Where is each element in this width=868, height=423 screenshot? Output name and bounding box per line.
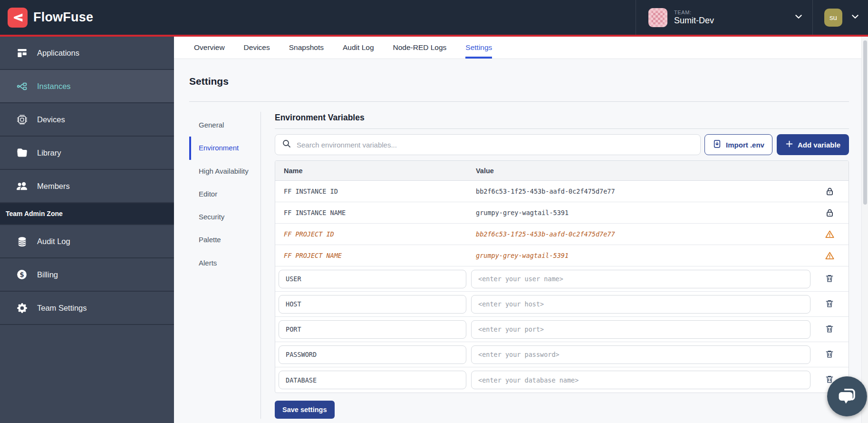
subnav-item-palette[interactable]: Palette <box>189 228 251 251</box>
settings-page: Settings General Environment High Availa… <box>174 59 868 423</box>
env-name-input[interactable] <box>279 345 466 364</box>
sidebar: Applications Instances Devices <box>0 37 174 423</box>
scrollbar-thumb[interactable] <box>863 40 867 205</box>
table-row: FF_INSTANCE_ID bb2f6c53-1f25-453b-aafd-0… <box>275 181 849 202</box>
sidebar-item-label: Billing <box>37 270 58 279</box>
subnav-item-alerts[interactable]: Alerts <box>189 252 251 275</box>
save-settings-button[interactable]: Save settings <box>275 401 335 419</box>
table-row <box>275 292 849 317</box>
env-var-value: grumpy-grey-wagtail-5391 <box>471 252 810 259</box>
sidebar-item-label: Team Settings <box>37 304 87 313</box>
sidebar-item-audit-log[interactable]: Audit Log <box>0 225 174 258</box>
sidebar-item-label: Audit Log <box>37 237 70 246</box>
table-row: FF_PROJECT_ID bb2f6c53-1f25-453b-aafd-0c… <box>275 224 849 245</box>
column-header-value: Value <box>471 167 810 175</box>
env-var-value: bb2f6c53-1f25-453b-aafd-0c2f475d7e77 <box>471 230 810 238</box>
subnav-item-general[interactable]: General <box>189 114 251 137</box>
table-row: FF_PROJECT_NAME grumpy-grey-wagtail-5391 <box>275 245 849 266</box>
scrollbar[interactable] <box>861 37 868 423</box>
app-header: FlowFuse TEAM: Sumit-Dev su <box>0 0 868 35</box>
team-name: Sumit-Dev <box>674 16 794 26</box>
env-var-value-cell <box>471 270 810 288</box>
flowfuse-logo[interactable]: FlowFuse <box>8 8 93 28</box>
trash-icon <box>825 299 834 310</box>
trash-icon <box>825 324 834 335</box>
search-box <box>275 134 701 155</box>
env-var-name: FF_PROJECT_NAME <box>275 252 471 259</box>
devices-icon <box>16 114 28 125</box>
audit-log-icon <box>16 236 28 247</box>
team-text: TEAM: Sumit-Dev <box>674 10 794 26</box>
user-avatar: su <box>824 9 842 27</box>
env-var-name-cell <box>275 270 471 288</box>
tab-settings[interactable]: Settings <box>465 37 492 59</box>
chevron-down-icon <box>851 12 859 23</box>
header-right: TEAM: Sumit-Dev su <box>636 0 868 35</box>
delete-variable-button[interactable] <box>823 297 836 312</box>
trash-icon <box>825 349 834 360</box>
settings-subnav: General Environment High Availability Ed… <box>189 112 251 275</box>
warning-icon <box>810 251 849 261</box>
env-var-name-cell <box>275 371 471 389</box>
team-selector[interactable]: TEAM: Sumit-Dev <box>636 0 812 35</box>
subnav-item-security[interactable]: Security <box>189 206 251 228</box>
subnav-item-environment[interactable]: Environment <box>189 137 251 159</box>
env-toolbar: Import .env Add variable <box>275 134 849 155</box>
search-input[interactable] <box>297 141 694 149</box>
env-var-value-cell <box>471 295 810 314</box>
add-variable-label: Add variable <box>798 141 840 149</box>
import-env-button[interactable]: Import .env <box>704 134 772 155</box>
chat-widget-button[interactable] <box>827 376 867 416</box>
chat-bubbles-icon <box>837 385 858 408</box>
env-value-input[interactable] <box>471 320 810 339</box>
delete-variable-button[interactable] <box>823 272 836 286</box>
subnav-item-editor[interactable]: Editor <box>189 183 251 206</box>
sidebar-item-members[interactable]: Members <box>0 170 174 203</box>
table-header: Name Value <box>275 161 849 181</box>
sidebar-item-instances[interactable]: Instances <box>0 70 174 103</box>
sidebar-item-label: Instances <box>37 82 71 91</box>
tab-overview[interactable]: Overview <box>194 37 225 59</box>
sidebar-item-library[interactable]: Library <box>0 137 174 170</box>
env-name-input[interactable] <box>279 320 466 339</box>
team-label: TEAM: <box>674 10 794 15</box>
env-value-input[interactable] <box>471 345 810 364</box>
lock-icon <box>810 187 849 197</box>
sidebar-item-label: Devices <box>37 115 65 124</box>
env-var-name-cell <box>275 320 471 339</box>
add-variable-button[interactable]: Add variable <box>777 134 849 155</box>
env-name-input[interactable] <box>279 270 466 288</box>
sidebar-item-billing[interactable]: $ Billing <box>0 258 174 292</box>
subnav-item-high-availability[interactable]: High Availability <box>189 160 251 183</box>
sidebar-item-devices[interactable]: Devices <box>0 103 174 137</box>
env-var-name-cell <box>275 295 471 314</box>
environment-variables-section: Environment Variables <box>275 112 849 419</box>
env-var-value-cell <box>471 320 810 339</box>
section-heading: Environment Variables <box>275 113 849 123</box>
tab-devices[interactable]: Devices <box>244 37 270 59</box>
tab-snapshots[interactable]: Snapshots <box>289 37 324 59</box>
sidebar-item-team-settings[interactable]: Team Settings <box>0 292 174 325</box>
table-row <box>275 266 849 292</box>
delete-variable-button[interactable] <box>823 322 836 337</box>
env-name-input[interactable] <box>279 371 466 389</box>
delete-variable-button[interactable] <box>823 347 836 362</box>
trash-icon <box>825 274 834 285</box>
chevron-down-icon <box>794 12 803 23</box>
env-name-input[interactable] <box>279 295 466 314</box>
sidebar-item-applications[interactable]: Applications <box>0 37 174 70</box>
env-value-input[interactable] <box>471 270 810 288</box>
user-menu[interactable]: su <box>812 0 868 35</box>
env-variables-table: Name Value FF_INSTANCE_ID bb2f6c53-1f25-… <box>275 160 849 393</box>
sidebar-section-team-admin-zone: Team Admin Zone <box>0 203 174 225</box>
warning-icon <box>810 229 849 239</box>
env-value-input[interactable] <box>471 295 810 314</box>
svg-text:$: $ <box>19 271 24 278</box>
subnav-divider <box>260 112 261 419</box>
env-value-input[interactable] <box>471 371 810 389</box>
flowfuse-logo-icon <box>8 8 28 28</box>
tab-audit-log[interactable]: Audit Log <box>343 37 374 59</box>
instances-icon <box>16 80 28 92</box>
import-file-icon <box>713 139 722 150</box>
tab-node-red-logs[interactable]: Node-RED Logs <box>393 37 447 59</box>
